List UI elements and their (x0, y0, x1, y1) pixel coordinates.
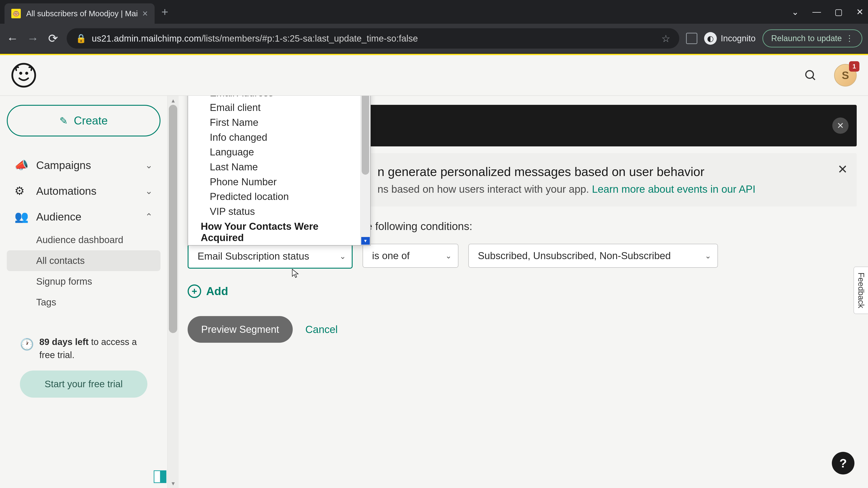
chevron-down-icon: ⌄ (705, 251, 711, 260)
close-info-button[interactable]: ✕ (837, 162, 848, 176)
url-text: us21.admin.mailchimp.com/lists/members/#… (92, 33, 657, 43)
close-banner-button[interactable]: ✕ (832, 118, 848, 134)
scrollbar-thumb[interactable] (362, 96, 369, 175)
trial-card: 🕐 89 days left to access a free trial. S… (11, 326, 156, 407)
tab-bar: 🐵 All subscribers of Moodjoy | Mai × + ⌄… (0, 0, 868, 24)
condition-value-select[interactable]: Subscribed, Unsubscribed, Non-Subscribed… (468, 244, 718, 269)
preview-segment-button[interactable]: Preview Segment (188, 316, 293, 343)
forward-button[interactable]: → (26, 32, 39, 45)
mailchimp-favicon: 🐵 (11, 9, 21, 18)
address-bar: ← → ⟳ 🔒 us21.admin.mailchimp.com/lists/m… (0, 24, 868, 53)
search-button[interactable] (800, 65, 820, 86)
dropdown-option[interactable]: Info changed (188, 130, 360, 145)
scroll-up-icon[interactable]: ▴ (172, 97, 175, 104)
svg-point-3 (806, 71, 813, 78)
dropdown-option[interactable]: Predicted location (188, 189, 360, 204)
plus-circle-icon: + (188, 285, 201, 298)
scroll-down-icon[interactable]: ▾ (172, 480, 175, 487)
dropdown-scrollbar[interactable]: ▴ ▾ (360, 96, 370, 245)
sidebar-container: ✎ Create 📣 Campaigns ⌄ ⚙ Automations ⌄ 👥… (0, 96, 179, 488)
extensions-icon[interactable] (686, 33, 698, 44)
scroll-down-icon[interactable]: ▾ (361, 237, 370, 245)
dropdown-option[interactable]: Phone Number (188, 174, 360, 189)
mailchimp-logo[interactable] (11, 63, 36, 88)
cancel-link[interactable]: Cancel (305, 323, 338, 335)
dropdown-option[interactable]: Last Name (188, 160, 360, 174)
close-tab-icon[interactable]: × (142, 8, 148, 19)
svg-line-4 (812, 77, 815, 80)
content-area: ✕ ✕ n generate personalized messages bas… (179, 96, 868, 488)
feedback-tab[interactable]: Feedback (854, 267, 868, 314)
lock-icon: 🔒 (76, 33, 86, 43)
sidebar: ✎ Create 📣 Campaigns ⌄ ⚙ Automations ⌄ 👥… (0, 96, 167, 488)
add-condition-button[interactable]: + Add (188, 285, 857, 298)
url-input[interactable]: 🔒 us21.admin.mailchimp.com/lists/members… (67, 28, 679, 48)
browser-chrome: 🐵 All subscribers of Moodjoy | Mai × + ⌄… (0, 0, 868, 54)
api-events-link[interactable]: Learn more about events in our API (592, 183, 756, 195)
segment-actions: Preview Segment Cancel (188, 316, 857, 343)
tab-title: All subscribers of Moodjoy | Mai (26, 9, 138, 18)
dropdown-option[interactable]: VIP status (188, 204, 360, 219)
cursor-icon (291, 269, 299, 278)
incognito-icon: ◐ (704, 32, 717, 45)
nav-all-contacts[interactable]: All contacts (7, 250, 160, 271)
chevron-down-icon: ⌄ (145, 186, 153, 196)
dropdown-option[interactable]: First Name (188, 115, 360, 130)
condition-field-select[interactable]: Email Subscription status ⌄ TagsContact … (188, 244, 352, 269)
chevron-up-icon: ⌃ (145, 212, 153, 222)
dropdown-group-header: How Your Contacts Were Acquired (188, 219, 360, 245)
dropdown-option[interactable]: Email client (188, 100, 360, 115)
chevron-down-icon: ⌄ (445, 251, 452, 260)
segment-condition-row: Email Subscription status ⌄ TagsContact … (188, 244, 857, 269)
incognito-indicator[interactable]: ◐ Incognito (704, 32, 756, 45)
relaunch-button[interactable]: Relaunch to update ⋮ (763, 29, 862, 47)
window-controls: ⌄ — ▢ ✕ (792, 7, 864, 17)
close-window-icon[interactable]: ✕ (856, 7, 864, 17)
dropdown-option[interactable]: Email Address (188, 96, 360, 100)
more-icon: ⋮ (845, 34, 854, 43)
condition-operator-select[interactable]: is one of ⌄ (363, 244, 458, 269)
chevron-down-icon: ⌄ (145, 160, 153, 170)
bookmark-star-icon[interactable]: ☆ (661, 33, 670, 44)
automation-icon: ⚙ (14, 184, 28, 197)
start-trial-button[interactable]: Start your free trial (20, 370, 147, 398)
app-header: S 1 (0, 55, 868, 96)
audience-icon: 👥 (14, 210, 28, 223)
chevron-down-icon[interactable]: ⌄ (792, 7, 799, 17)
notification-badge: 1 (849, 61, 860, 72)
main-layout: ✎ Create 📣 Campaigns ⌄ ⚙ Automations ⌄ 👥… (0, 96, 868, 488)
help-button[interactable]: ? (832, 452, 855, 475)
back-button[interactable]: ← (6, 32, 19, 45)
dropdown-option[interactable]: Language (188, 144, 360, 160)
reload-button[interactable]: ⟳ (46, 32, 60, 45)
nav-automations[interactable]: ⚙ Automations ⌄ (7, 178, 160, 204)
browser-tab[interactable]: 🐵 All subscribers of Moodjoy | Mai × (4, 3, 155, 24)
svg-point-2 (25, 72, 28, 75)
profile-avatar[interactable]: S 1 (834, 64, 857, 87)
megaphone-icon: 📣 (14, 159, 28, 172)
nav-audience[interactable]: 👥 Audience ⌃ (7, 204, 160, 230)
contrast-toggle-icon[interactable] (154, 470, 166, 483)
nav-campaigns[interactable]: 📣 Campaigns ⌄ (7, 152, 160, 178)
svg-point-1 (19, 72, 22, 75)
nav-signup-forms[interactable]: Signup forms (7, 271, 160, 292)
pencil-icon: ✎ (59, 115, 68, 127)
clock-icon: 🕐 (20, 336, 34, 361)
maximize-icon[interactable]: ▢ (835, 7, 843, 17)
chevron-down-icon: ⌄ (340, 252, 346, 261)
scrollbar-thumb[interactable] (169, 105, 177, 333)
create-button[interactable]: ✎ Create (7, 105, 160, 136)
nav-tags[interactable]: Tags (7, 292, 160, 313)
minimize-icon[interactable]: — (812, 7, 821, 17)
condition-field-dropdown: TagsContact DetailsAddressBirthdayContac… (188, 96, 371, 246)
new-tab-button[interactable]: + (161, 5, 168, 19)
nav-audience-dashboard[interactable]: Audience dashboard (7, 230, 160, 250)
sidebar-scrollbar[interactable]: ▴ ▾ (167, 96, 179, 488)
